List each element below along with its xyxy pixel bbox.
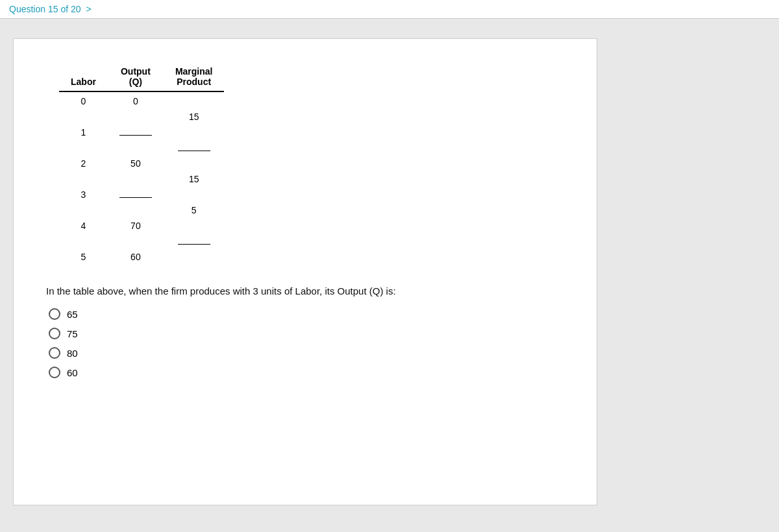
output-0: 0 [108,91,164,110]
question-counter: Question 15 of 20 [9,4,81,14]
output-2: 50 [108,154,164,173]
output-3 [108,186,164,204]
option-60[interactable]: 60 [49,367,564,378]
labor-0: 0 [59,91,108,110]
mp-34: 5 [164,204,225,217]
mp-placeholder-4 [164,217,225,235]
mp-spacer-12 [59,141,108,154]
labor-1: 1 [59,123,108,141]
option-65-label: 65 [67,309,78,320]
blank-output-1 [119,135,152,136]
mp-spacer-12b [108,141,164,154]
mp-spacer-34b [108,204,164,217]
labor-5: 5 [59,248,108,266]
option-60-label: 60 [67,367,78,378]
table-row: 3 [59,186,224,204]
radio-60[interactable] [49,367,60,378]
option-65[interactable]: 65 [49,308,564,320]
mp-row-45 [59,235,224,248]
blank-mp-12 [178,151,210,151]
mp-row-12 [59,141,224,154]
option-80[interactable]: 80 [49,347,564,359]
mp-spacer-01b [108,110,164,123]
mp-placeholder-2 [164,154,225,173]
mp-spacer-23 [59,173,108,186]
answer-options: 65 75 80 60 [49,308,564,378]
mp-placeholder-1 [164,123,225,141]
output-5: 60 [108,248,164,266]
top-bar: Question 15 of 20 > [0,0,779,19]
table-row: 5 60 [59,248,224,266]
question-card: Labor Output(Q) MarginalProduct 0 0 [13,38,597,505]
mp-placeholder-3 [164,186,225,204]
mp-12 [164,141,225,154]
labor-3: 3 [59,186,108,204]
mp-row-01: 15 [59,110,224,123]
mp-spacer-45 [59,235,108,248]
option-75[interactable]: 75 [49,328,564,339]
mp-placeholder-5 [164,248,225,266]
output-1 [108,123,164,141]
col-mp-header: MarginalProduct [164,65,225,91]
table-row: 2 50 [59,154,224,173]
radio-65[interactable] [49,308,60,320]
mp-spacer-01 [59,110,108,123]
radio-75[interactable] [49,328,60,339]
table-row: 1 [59,123,224,141]
labor-2: 2 [59,154,108,173]
mp-spacer-45b [108,235,164,248]
table-row: 0 0 [59,91,224,110]
mp-spacer-23b [108,173,164,186]
chevron-right-icon: > [86,4,92,14]
radio-80[interactable] [49,347,60,359]
option-75-label: 75 [67,328,78,339]
option-80-label: 80 [67,348,78,359]
mp-23: 15 [164,173,225,186]
mp-spacer-34 [59,204,108,217]
mp-placeholder-0 [164,91,225,110]
output-4: 70 [108,217,164,235]
question-text: In the table above, when the firm produc… [46,285,564,296]
blank-mp-45 [178,244,210,245]
data-table-container: Labor Output(Q) MarginalProduct 0 0 [59,65,564,266]
col-labor-header: Labor [59,65,108,91]
mp-row-34: 5 [59,204,224,217]
blank-output-3 [119,197,152,198]
table-row: 4 70 [59,217,224,235]
mp-row-23: 15 [59,173,224,186]
main-content: Labor Output(Q) MarginalProduct 0 0 [0,19,779,525]
mp-45 [164,235,225,248]
col-output-header: Output(Q) [108,65,164,91]
economics-table: Labor Output(Q) MarginalProduct 0 0 [59,65,224,266]
table-header-row: Labor Output(Q) MarginalProduct [59,65,224,91]
mp-01: 15 [164,110,225,123]
labor-4: 4 [59,217,108,235]
